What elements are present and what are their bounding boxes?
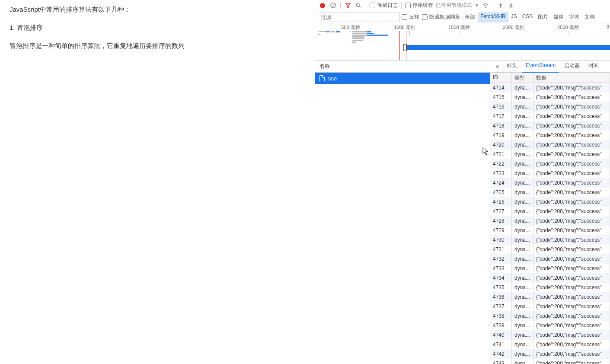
event-row[interactable]: 4715dyna...{"code":200,"msg":"success" [490, 93, 610, 102]
invert-checkbox[interactable]: 反转 [402, 13, 419, 21]
cell-type: dyna... [512, 283, 533, 292]
col-id[interactable]: ID [490, 73, 512, 83]
event-row[interactable]: 4739dyna...{"code":200,"msg":"success" [490, 321, 610, 330]
search-icon[interactable] [355, 2, 362, 10]
event-row[interactable]: 4738dyna...{"code":200,"msg":"success" [490, 311, 610, 321]
content-line: 冒泡排序是一种简单的排序算法，它重复地遍历要排序的数列 [10, 41, 305, 51]
throttling-status[interactable]: 已停用节流模式 [436, 2, 472, 9]
event-row[interactable]: 4727dyna...{"code":200,"msg":"success" [490, 207, 610, 216]
cell-type: dyna... [512, 292, 533, 302]
disable-cache-checkbox[interactable]: 停用缓存 [405, 2, 433, 9]
cell-data: {"code":200,"msg":"success" [533, 207, 610, 216]
event-row[interactable]: 4737dyna...{"code":200,"msg":"success" [490, 302, 610, 311]
cell-type: dyna... [512, 150, 533, 159]
cell-type: dyna... [512, 330, 533, 340]
filter-tag-媒体[interactable]: 媒体 [551, 12, 566, 22]
event-row[interactable]: 4726dyna...{"code":200,"msg":"success" [490, 197, 610, 207]
filter-tag-css[interactable]: CSS [520, 12, 536, 22]
request-row[interactable]: sse [315, 73, 490, 84]
col-data[interactable]: 数据 [533, 73, 610, 83]
cell-type: dyna... [512, 264, 533, 273]
event-row[interactable]: 4728dyna...{"code":200,"msg":"success" [490, 216, 610, 226]
svg-point-3 [356, 3, 359, 6]
detail-tab-2[interactable]: 启动器 [561, 60, 583, 73]
event-row[interactable]: 4719dyna...{"code":200,"msg":"success" [490, 131, 610, 140]
event-row[interactable]: 4736dyna...{"code":200,"msg":"success" [490, 292, 610, 302]
filter-tag-文档[interactable]: 文档 [582, 12, 597, 22]
record-button[interactable] [319, 2, 326, 10]
cell-type: dyna... [512, 226, 533, 235]
event-row[interactable]: 4735dyna...{"code":200,"msg":"success" [490, 283, 610, 292]
hide-data-urls-checkbox[interactable]: 隐藏数据网址 [422, 13, 460, 21]
cell-type: dyna... [512, 159, 533, 169]
filter-tag-全部[interactable]: 全部 [462, 12, 478, 22]
event-row[interactable]: 4720dyna...{"code":200,"msg":"success" [490, 140, 610, 150]
event-row[interactable]: 4741dyna...{"code":200,"msg":"success" [490, 340, 610, 349]
cell-id: 4742 [490, 349, 512, 359]
cell-data: {"code":200,"msg":"success" [533, 283, 610, 292]
svg-line-1 [331, 3, 335, 7]
cell-data: {"code":200,"msg":"success" [533, 159, 610, 169]
close-icon[interactable]: × [493, 63, 501, 70]
cell-data: {"code":200,"msg":"success" [533, 273, 610, 283]
timeline-overview[interactable]: 500 毫秒1000 毫秒1500 毫秒2000 毫秒2500 毫秒 3 [315, 23, 610, 61]
cell-data: {"code":200,"msg":"success" [533, 121, 610, 131]
col-type[interactable]: 类型 [512, 73, 533, 83]
filter-icon[interactable] [344, 2, 352, 10]
event-row[interactable]: 4740dyna...{"code":200,"msg":"success" [490, 330, 610, 340]
filter-input[interactable] [318, 13, 400, 22]
cell-id: 4714 [490, 83, 512, 93]
timeline-tick: 1500 毫秒 [448, 24, 470, 31]
cell-data: {"code":200,"msg":"success" [533, 292, 610, 302]
filter-tag-js[interactable]: JS [508, 12, 520, 22]
event-row[interactable]: 4742dyna...{"code":200,"msg":"success" [490, 349, 610, 359]
event-row[interactable]: 4714dyna...{"code":200,"msg":"success" [490, 83, 610, 93]
filter-tag-图片[interactable]: 图片 [535, 12, 551, 22]
detail-panel: × 标头EventStream启动器时间 ID 类型 数据 4714dyna..… [490, 61, 610, 364]
detail-tab-3[interactable]: 时间 [585, 60, 602, 73]
cell-type: dyna... [512, 216, 533, 226]
event-row[interactable]: 4716dyna...{"code":200,"msg":"success" [490, 102, 610, 112]
event-row[interactable]: 4722dyna...{"code":200,"msg":"success" [490, 159, 610, 169]
svg-line-4 [359, 6, 361, 7]
event-row[interactable]: 4717dyna...{"code":200,"msg":"success" [490, 112, 610, 121]
cell-data: {"code":200,"msg":"success" [533, 264, 610, 273]
cell-id: 4726 [490, 197, 512, 207]
name-column-header[interactable]: 名称 [315, 61, 490, 73]
event-row[interactable]: 4723dyna...{"code":200,"msg":"success" [490, 169, 610, 178]
detail-tab-1[interactable]: EventStream [522, 60, 559, 73]
timeline-tick: 500 毫秒 [341, 24, 360, 31]
event-row[interactable]: 4729dyna...{"code":200,"msg":"success" [490, 226, 610, 235]
upload-icon[interactable] [497, 2, 505, 10]
event-row[interactable]: 4725dyna...{"code":200,"msg":"success" [490, 188, 610, 197]
event-row[interactable]: 4718dyna...{"code":200,"msg":"success" [490, 121, 610, 131]
event-row[interactable]: 4733dyna...{"code":200,"msg":"success" [490, 264, 610, 273]
cell-type: dyna... [512, 197, 533, 207]
file-icon [319, 75, 325, 81]
cell-id: 4715 [490, 93, 512, 102]
event-row[interactable]: 4721dyna...{"code":200,"msg":"success" [490, 150, 610, 159]
chevron-down-icon[interactable]: ▼ [475, 3, 479, 8]
event-row[interactable]: 4724dyna...{"code":200,"msg":"success" [490, 178, 610, 188]
download-icon[interactable] [507, 2, 515, 10]
event-row[interactable]: 4743dyna...{"code":200,"msg":"success" [490, 359, 610, 364]
cell-id: 4720 [490, 140, 512, 150]
event-row[interactable]: 4730dyna...{"code":200,"msg":"success" [490, 235, 610, 245]
event-row[interactable]: 4732dyna...{"code":200,"msg":"success" [490, 254, 610, 264]
cell-type: dyna... [512, 112, 533, 121]
filter-tag-字体[interactable]: 字体 [566, 12, 582, 22]
cell-data: {"code":200,"msg":"success" [533, 178, 610, 188]
event-row[interactable]: 4731dyna...{"code":200,"msg":"success" [490, 245, 610, 254]
cell-id: 4721 [490, 150, 512, 159]
preserve-log-checkbox[interactable]: 保留日志 [370, 2, 398, 9]
network-conditions-icon[interactable] [482, 2, 489, 10]
detail-tab-0[interactable]: 标头 [503, 60, 521, 73]
filter-tag-fetch/xhr[interactable]: Fetch/XHR [478, 12, 508, 22]
event-row[interactable]: 4734dyna...{"code":200,"msg":"success" [490, 273, 610, 283]
cell-data: {"code":200,"msg":"success" [533, 226, 610, 235]
detail-tabs: × 标头EventStream启动器时间 [490, 61, 610, 73]
cell-id: 4728 [490, 216, 512, 226]
filter-bar: 反转 隐藏数据网址 全部Fetch/XHRJSCSS图片媒体字体文档 [315, 11, 610, 23]
clear-icon[interactable] [329, 2, 337, 10]
cell-id: 4731 [490, 245, 512, 254]
